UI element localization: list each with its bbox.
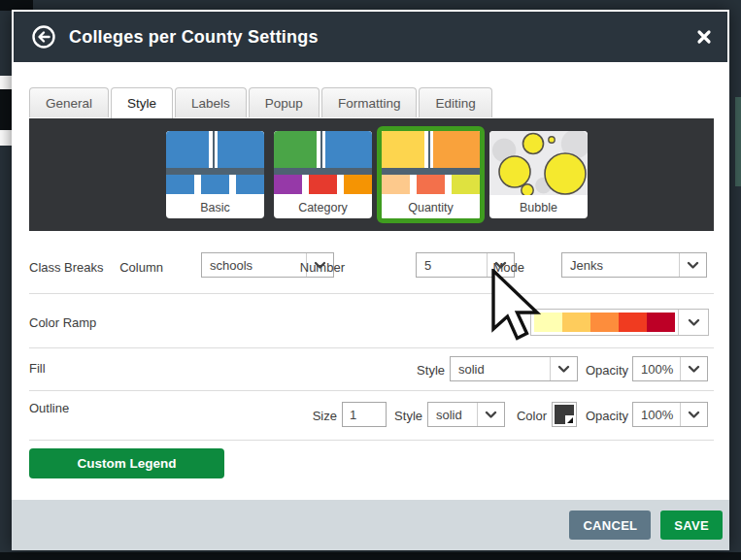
outline-opacity-value: 100% [633,403,680,426]
fill-style-dropdown[interactable]: solid [450,356,578,381]
outline-size-input[interactable] [342,402,387,427]
tab-style[interactable]: Style [111,87,173,118]
outline-label: Outline [29,401,69,415]
outline-size-label: Size [298,409,337,423]
tab-labels[interactable]: Labels [175,87,247,117]
column-value: schools [202,253,306,277]
back-icon[interactable] [31,24,56,49]
mode-label: Mode [486,260,524,275]
chevron-down-icon [477,403,504,426]
save-button[interactable]: SAVE [660,511,723,540]
quantity-thumbnail [382,131,480,195]
ramp-swatch [534,313,562,332]
divider [29,347,714,348]
column-label: Column [115,260,163,275]
tab-general[interactable]: General [29,87,109,117]
backdrop-artifact [0,89,12,130]
style-card-label: Basic [166,201,264,214]
fill-opacity-value: 100% [633,357,680,380]
mode-value: Jenks [562,253,679,277]
mode-dropdown[interactable]: Jenks [561,252,707,278]
style-card-bubble[interactable]: Bubble [489,131,588,218]
outline-opacity-label: Opacity [580,409,628,423]
fill-style-label: Style [406,363,445,378]
color-ramp-label: Color Ramp [29,315,96,330]
style-card-category[interactable]: Category [274,131,372,218]
chevron-down-icon [678,310,708,335]
number-value: 5 [417,253,487,277]
dialog-footer: CANCEL SAVE [12,500,729,550]
number-label: Number [296,260,345,275]
fill-opacity-label: Opacity [580,363,628,378]
chevron-down-icon [679,253,706,277]
style-card-basic[interactable]: Basic [166,131,264,218]
dialog-header: Colleges per County Settings [14,12,727,62]
bubble-thumbnail [489,131,588,195]
outline-color-label: Color [508,409,547,423]
chevron-down-icon [680,357,707,380]
dialog-title: Colleges per County Settings [69,27,319,48]
category-thumbnail [274,131,372,195]
color-ramp-swatches [534,313,675,332]
ramp-swatch [562,313,590,332]
style-card-label: Category [274,201,372,214]
divider [29,390,714,391]
style-gallery: Basic Category [29,118,714,231]
chevron-down-icon [550,357,577,380]
settings-dialog: Colleges per County Settings General Sty… [12,10,729,550]
class-breaks-label: Class Breaks [29,260,104,275]
screen: Colleges per County Settings General Sty… [0,0,741,560]
custom-legend-button[interactable]: Custom Legend [29,448,224,478]
ramp-swatch [590,313,619,332]
backdrop-artifact [735,97,741,186]
style-card-label: Bubble [489,201,588,214]
basic-thumbnail [166,131,264,195]
color-ramp-dropdown[interactable] [530,309,709,336]
tab-bar: General Style Labels Popup Formatting Ed… [29,87,492,118]
outline-style-dropdown[interactable]: solid [427,402,505,427]
style-card-label: Quantity [382,201,480,214]
outline-color-picker[interactable] [552,402,577,427]
fill-opacity-dropdown[interactable]: 100% [632,356,708,381]
close-icon[interactable] [696,29,712,45]
tab-editing[interactable]: Editing [419,87,491,117]
chevron-down-icon [680,403,707,426]
cancel-button[interactable]: CANCEL [569,511,651,540]
tab-popup[interactable]: Popup [249,87,320,117]
outline-style-label: Style [384,409,422,423]
tab-formatting[interactable]: Formatting [321,87,418,117]
fill-label: Fill [29,361,46,376]
style-card-quantity-selected[interactable]: Quantity [377,126,485,223]
outline-opacity-dropdown[interactable]: 100% [632,402,708,427]
backdrop-artifact [0,552,741,560]
outline-style-value: solid [428,403,477,426]
ramp-swatch [647,313,675,332]
divider [29,440,714,441]
fill-style-value: solid [451,357,550,380]
ramp-swatch [619,313,647,332]
divider [29,293,714,294]
